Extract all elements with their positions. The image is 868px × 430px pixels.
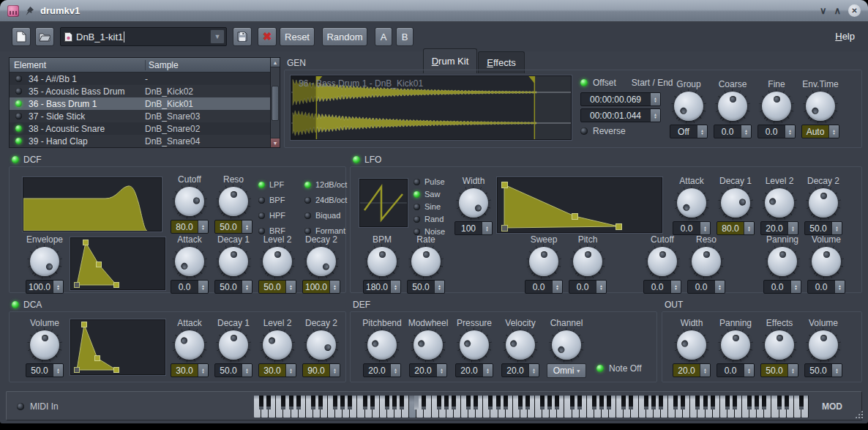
effects-spinbox[interactable]: 50.0▲▼	[760, 363, 798, 377]
piano-key-121[interactable]	[777, 396, 782, 409]
cutoff-knob[interactable]	[175, 187, 204, 216]
spin-arrows-icon[interactable]: ▲▼	[828, 125, 839, 138]
lfo-led[interactable]	[353, 156, 360, 163]
panning-knob[interactable]	[721, 330, 750, 360]
reset-button[interactable]: Reset	[280, 27, 315, 46]
list-item[interactable]: 39 - Hand ClapDnB_Snare04	[10, 135, 280, 147]
decay-1-knob[interactable]	[219, 330, 248, 360]
spin-arrows-icon[interactable]: ▲▼	[650, 109, 660, 122]
pitchbend-spinbox[interactable]: 20.0▲▼	[363, 363, 401, 377]
piano-key-1[interactable]	[259, 396, 263, 409]
volume-spinbox[interactable]: 50.0▲▼	[804, 363, 842, 377]
spin-arrows-icon[interactable]: ▲▼	[53, 364, 63, 377]
spin-arrows-icon[interactable]: ▲▼	[787, 364, 798, 377]
piano-key-32[interactable]	[392, 396, 397, 409]
titlebar[interactable]: drumkv1 ∨ ∧ ✕	[0, 0, 868, 22]
spin-arrows-icon[interactable]: ▲▼	[831, 364, 842, 377]
piano-key-51[interactable]	[474, 396, 478, 409]
spin-arrows-icon[interactable]: ▲▼	[552, 281, 562, 293]
coarse-spinbox[interactable]: 0.0▲▼	[714, 125, 752, 138]
dcf-envelope-display[interactable]	[70, 237, 165, 290]
spin-arrows-icon[interactable]: ▲▼	[390, 281, 400, 293]
piano-key-58[interactable]	[504, 396, 508, 409]
spin-arrows-icon[interactable]: ▲▼	[434, 281, 444, 293]
attack-knob[interactable]	[175, 330, 204, 360]
volume-knob[interactable]	[809, 330, 838, 360]
spin-arrows-icon[interactable]: ▲▼	[198, 364, 208, 377]
decay-2-spinbox[interactable]: 50.0▲▼	[804, 221, 842, 235]
rate-knob[interactable]	[411, 247, 441, 276]
radio-bpf[interactable]: BPF	[258, 196, 285, 204]
piano-key-75[interactable]	[577, 396, 582, 409]
modwheel-spinbox[interactable]: 20.0▲▼	[409, 363, 447, 377]
piano-key-126[interactable]	[799, 396, 804, 409]
radio-biquad[interactable]: Biquad	[304, 211, 347, 220]
radio-24db-oct[interactable]: 24dB/oct	[304, 196, 347, 204]
level-2-knob[interactable]	[765, 188, 794, 218]
reso-spinbox[interactable]: 50.0▲▼	[214, 220, 252, 234]
panning-spinbox[interactable]: 0.0▲▼	[763, 280, 801, 294]
level-2-spinbox[interactable]: 30.0▲▼	[258, 363, 296, 377]
spin-arrows-icon[interactable]: ▲▼	[285, 364, 296, 377]
list-item[interactable]: 34 - A#/Bb 1-	[10, 73, 280, 85]
decay-1-spinbox[interactable]: 50.0▲▼	[214, 363, 252, 377]
fine-knob[interactable]	[762, 92, 791, 121]
piano-key-111[interactable]	[733, 396, 737, 409]
velocity-spinbox[interactable]: 20.0▲▼	[501, 363, 539, 377]
piano-key-49[interactable]	[466, 396, 471, 409]
group-knob[interactable]	[674, 92, 703, 121]
column-element[interactable]: Element	[10, 60, 146, 70]
delete-preset-button[interactable]: ✖	[258, 27, 277, 46]
piano-key-106[interactable]	[711, 396, 715, 409]
open-preset-button[interactable]	[35, 27, 54, 46]
list-item[interactable]: 37 - Side StickDnB_Snare03	[10, 110, 280, 122]
note-off-led[interactable]	[596, 365, 604, 372]
offset-led[interactable]	[580, 79, 588, 86]
list-item[interactable]: 35 - Acoustic Bass DrumDnB_Kick02	[10, 85, 280, 97]
width-knob[interactable]	[677, 330, 706, 360]
piano-key-56[interactable]	[496, 396, 501, 409]
piano-key-78[interactable]	[592, 396, 596, 409]
random-button[interactable]: Random	[322, 27, 367, 46]
piano-key-44[interactable]	[444, 396, 449, 409]
volume-knob[interactable]	[812, 247, 841, 276]
channel-knob[interactable]	[552, 330, 581, 360]
element-list[interactable]: Element Sample 34 - A#/Bb 1-35 - Acousti…	[9, 57, 280, 148]
close-button[interactable]: ✕	[848, 4, 861, 17]
spin-arrows-icon[interactable]: ▲▼	[596, 281, 606, 293]
column-sample[interactable]: Sample	[146, 60, 280, 70]
piano-key-97[interactable]	[673, 396, 678, 409]
preset-combobox[interactable]: DnB_1-kit1 ▼	[60, 27, 227, 46]
spin-arrows-icon[interactable]: ▲▼	[700, 364, 710, 377]
spin-arrows-icon[interactable]: ▲▼	[834, 281, 845, 293]
piano-key-27[interactable]	[370, 396, 375, 409]
piano-key-34[interactable]	[400, 396, 404, 409]
new-preset-button[interactable]	[12, 27, 31, 46]
radio-sine[interactable]: Sine	[414, 202, 445, 211]
dca-led[interactable]	[12, 301, 19, 308]
piano-key-66[interactable]	[540, 396, 545, 409]
velocity-knob[interactable]	[506, 330, 535, 360]
envelope-knob[interactable]	[30, 247, 59, 276]
volume-spinbox[interactable]: 0.0▲▼	[807, 280, 845, 294]
minimize-button[interactable]: ∨	[820, 6, 827, 15]
level-2-knob[interactable]	[263, 247, 292, 276]
spin-arrows-icon[interactable]: ▲▼	[785, 125, 795, 138]
spin-arrows-icon[interactable]: ▲▼	[482, 364, 493, 377]
attack-knob[interactable]	[677, 188, 706, 218]
piano-key-54[interactable]	[488, 396, 493, 409]
dca-envelope-display[interactable]	[70, 319, 165, 375]
decay-1-knob[interactable]	[721, 188, 750, 218]
radio-saw[interactable]: Saw	[414, 190, 445, 199]
piano-key-13[interactable]	[311, 396, 315, 409]
decay-1-knob[interactable]	[219, 247, 248, 276]
piano-key-25[interactable]	[363, 396, 367, 409]
piano-key-123[interactable]	[785, 396, 789, 409]
fine-spinbox[interactable]: 0.0▲▼	[757, 125, 796, 138]
spin-arrows-icon[interactable]: ▲▼	[242, 364, 252, 377]
list-item[interactable]: 36 - Bass Drum 1DnB_Kick01	[10, 97, 280, 110]
list-header[interactable]: Element Sample	[10, 58, 280, 73]
piano-key-46[interactable]	[452, 396, 456, 409]
piano-key-85[interactable]	[621, 396, 626, 409]
spin-arrows-icon[interactable]: ▲▼	[198, 220, 208, 233]
